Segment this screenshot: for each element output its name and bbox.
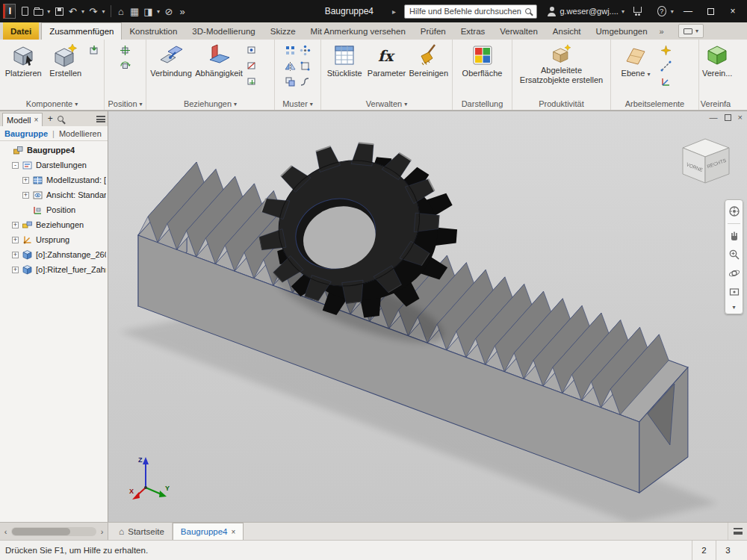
parameter-button[interactable]: fx Parameter xyxy=(366,42,406,78)
browser-tab-modell[interactable]: Modell × xyxy=(2,113,43,126)
tab-startseite[interactable]: ⌂ Startseite xyxy=(111,523,173,540)
open-file-icon[interactable] xyxy=(33,4,44,19)
browser-add-icon[interactable]: + xyxy=(46,113,55,124)
undo-dropdown-icon[interactable]: ▾ xyxy=(81,4,85,19)
degrees-of-freedom-button[interactable] xyxy=(245,75,258,88)
help-icon[interactable]: ? xyxy=(657,6,666,16)
tab-ansicht[interactable]: Ansicht xyxy=(545,22,589,40)
mirror-component-button[interactable] xyxy=(284,59,297,72)
erstellen-button[interactable]: Erstellen xyxy=(46,42,87,78)
store-cart-icon[interactable] xyxy=(633,7,642,13)
doc-minimize-icon[interactable]: — xyxy=(710,113,718,122)
tree-item-root[interactable]: Baugruppe4 xyxy=(0,143,108,158)
abhaengigkeit-button[interactable]: Abhängigkeit xyxy=(194,42,244,78)
expander-icon[interactable]: - xyxy=(12,162,19,169)
app-logo[interactable]: I xyxy=(3,4,16,19)
import-cad-button[interactable] xyxy=(87,43,101,57)
expander-icon[interactable]: + xyxy=(12,237,19,243)
tab-3d-modellierung[interactable]: 3D-Modellierung xyxy=(185,22,262,40)
viewcube[interactable]: VORNE RECHTS xyxy=(672,135,737,189)
show-constraints-button[interactable] xyxy=(245,43,258,57)
group-label-darstellung[interactable]: Darstellung xyxy=(453,98,512,110)
user-account-label[interactable]: g.weser@gwj.... xyxy=(560,7,618,16)
look-at-icon[interactable] xyxy=(728,285,741,299)
pan-hand-icon[interactable] xyxy=(728,229,741,243)
maximize-button[interactable] xyxy=(699,2,722,20)
bereinigen-button[interactable]: Bereinigen xyxy=(409,42,449,78)
graphics-viewport[interactable]: — × VORNE RECHTS xyxy=(108,111,747,522)
work-axis-button[interactable] xyxy=(659,59,672,72)
subtab-baugruppe[interactable]: Baugruppe xyxy=(4,129,48,138)
tree-item-position[interactable]: Position xyxy=(0,202,108,217)
scroll-left-icon[interactable]: ‹ xyxy=(1,527,10,536)
browser-search-icon[interactable] xyxy=(58,116,63,122)
tab-extras[interactable]: Extras xyxy=(453,22,493,40)
expander-icon[interactable]: + xyxy=(22,192,29,199)
model-canvas[interactable] xyxy=(108,111,747,522)
close-button[interactable]: × xyxy=(722,2,744,20)
expander-icon[interactable] xyxy=(22,207,29,214)
new-file-icon[interactable] xyxy=(19,4,31,19)
docs-menu-button[interactable] xyxy=(728,523,747,540)
user-dropdown-icon[interactable]: ▾ xyxy=(621,4,625,19)
browser-close-icon[interactable]: × xyxy=(34,116,38,124)
group-label-arbeitselemente[interactable]: Arbeitselemente xyxy=(611,98,698,110)
stueckliste-button[interactable]: Stückliste xyxy=(324,42,365,78)
tab-pruefen[interactable]: Prüfen xyxy=(413,22,453,40)
expander-icon[interactable]: + xyxy=(22,177,29,184)
group-label-komponente[interactable]: Komponente▾ xyxy=(0,98,104,110)
home-icon[interactable]: ⌂ xyxy=(115,4,126,19)
abgeleitete-ersatzobjekte-button[interactable]: Abgeleitete Ersatzobjekte erstellen xyxy=(516,42,607,84)
group-label-produktivitaet[interactable]: Produktivität xyxy=(512,98,610,110)
group-label-beziehungen[interactable]: Beziehungen▾ xyxy=(146,98,274,110)
group-label-vereinfachen[interactable]: Vereinfa xyxy=(699,98,732,110)
tree-item-darstellungen[interactable]: - Darstellungen xyxy=(0,158,108,172)
tab-close-icon[interactable]: × xyxy=(232,528,236,536)
save-icon[interactable] xyxy=(53,4,64,19)
redo-dropdown-icon[interactable]: ▾ xyxy=(101,4,105,19)
no-render-icon[interactable]: ⊘ xyxy=(163,4,174,19)
toolbar-overflow-icon[interactable]: » xyxy=(176,4,187,19)
group-label-muster[interactable]: Muster▾ xyxy=(275,98,320,110)
tree-item-ursprung[interactable]: + Ursprung xyxy=(0,232,108,247)
help-dropdown-icon[interactable]: ▾ xyxy=(670,4,675,19)
tree-item-ritzel[interactable]: + [o]:Ritzel_fuer_Zahnst xyxy=(0,262,108,277)
bend-part-button[interactable] xyxy=(299,75,312,88)
material-dropdown-icon[interactable]: ▾ xyxy=(156,4,161,19)
tab-baugruppe4[interactable]: Baugruppe4 × xyxy=(173,523,244,540)
oberflaeche-button[interactable]: Oberfläche xyxy=(459,42,506,78)
ribbon-display-toggle[interactable]: ▾ xyxy=(678,24,704,38)
free-rotate-button[interactable] xyxy=(119,59,132,72)
ebene-button[interactable]: Ebene ▾ xyxy=(614,42,657,78)
undo-icon[interactable]: ↶ xyxy=(67,4,78,19)
copy-component-button[interactable] xyxy=(284,75,297,88)
tab-mit-anmerkung-versehen[interactable]: Mit Anmerkung versehen xyxy=(303,22,413,40)
browser-horizontal-scrollbar[interactable]: ‹ › xyxy=(0,523,108,540)
tab-zusammenfuegen[interactable]: Zusammenfügen xyxy=(41,22,122,40)
hide-constraints-button[interactable] xyxy=(245,59,258,72)
free-move-button[interactable] xyxy=(119,43,132,57)
ucs-button[interactable] xyxy=(659,75,672,88)
grip-snap-button[interactable] xyxy=(299,59,312,72)
tab-datei[interactable]: Datei xyxy=(3,22,39,40)
verbindung-button[interactable]: Verbindung xyxy=(149,42,193,78)
group-label-verwalten[interactable]: Verwalten▾ xyxy=(321,98,452,110)
search-input[interactable] xyxy=(404,4,537,19)
orbit-icon[interactable] xyxy=(728,267,741,280)
zoom-icon[interactable] xyxy=(728,248,741,261)
open-dropdown-icon[interactable]: ▾ xyxy=(46,4,51,19)
pattern-component-button[interactable] xyxy=(284,43,297,57)
tree-item-zahnstange[interactable]: + [o]:Zahnstange_2602 xyxy=(0,247,108,262)
navigation-wheel-icon[interactable] xyxy=(728,205,741,218)
doc-restore-icon[interactable] xyxy=(725,114,731,121)
tab-konstruktion[interactable]: Konstruktion xyxy=(122,22,185,40)
expander-icon[interactable]: + xyxy=(12,222,19,228)
browser-menu-icon[interactable] xyxy=(96,116,105,122)
search-icon[interactable] xyxy=(525,8,531,14)
vereinfachen-button[interactable]: Verein... xyxy=(702,42,732,78)
expander-icon[interactable]: + xyxy=(12,267,19,273)
minimize-button[interactable]: — xyxy=(677,2,699,20)
expander-icon[interactable] xyxy=(3,147,10,154)
group-label-position[interactable]: Position▾ xyxy=(105,98,146,110)
scrollbar-thumb[interactable] xyxy=(12,528,70,535)
